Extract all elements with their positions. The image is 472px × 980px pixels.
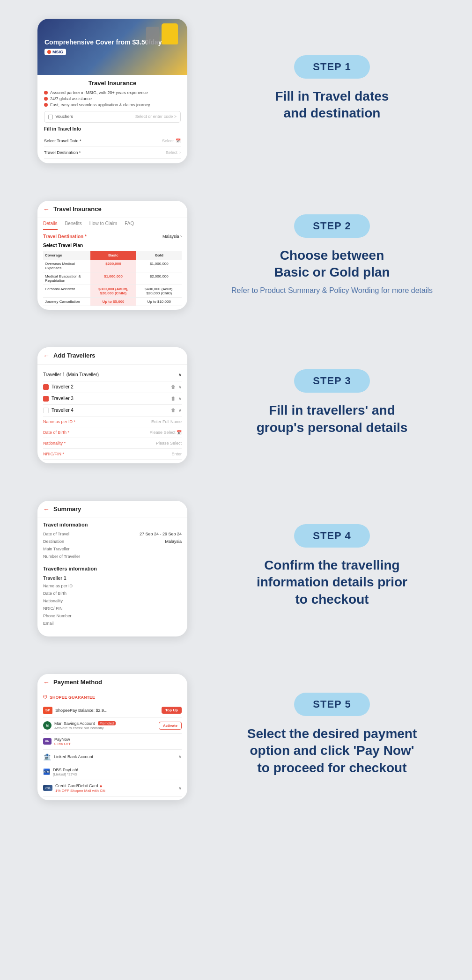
traveller-3-row[interactable]: Traveller 3 🗑 ∨ bbox=[43, 393, 182, 405]
form-field-nric[interactable]: NRIC/FIN * Enter bbox=[43, 449, 182, 460]
step2-badge: STEP 2 bbox=[294, 214, 369, 238]
paynow-icon: PN bbox=[43, 738, 52, 745]
tab-details[interactable]: Details bbox=[43, 218, 58, 230]
chevron-down-icon[interactable]: ∨ bbox=[178, 396, 182, 401]
bank-icon: 🏦 bbox=[43, 753, 51, 761]
phone1-voucher-placeholder: Select or enter code > bbox=[135, 114, 177, 119]
payment-creditcard[interactable]: VISA Credit Card/Debit Card ● 1% OFF Sho… bbox=[43, 780, 182, 797]
back-icon[interactable]: ← bbox=[43, 679, 50, 686]
traveller-2-label: Traveller 2 bbox=[52, 384, 74, 389]
traveller-4-checkbox[interactable] bbox=[43, 408, 49, 413]
back-icon[interactable]: ← bbox=[43, 352, 50, 359]
table-row: Personal Accident $300,000 (Adult), $20,… bbox=[43, 285, 182, 297]
phone2-tabs: Details Benefits How to Claim FAQ bbox=[37, 218, 187, 230]
coverage-cell: Journey Cancellation bbox=[43, 297, 90, 306]
step5-phone: ← Payment Method 🛡 SHOPEE GUARANTEE SP S… bbox=[37, 674, 187, 800]
traveller-2-row[interactable]: Traveller 2 🗑 ∨ bbox=[43, 381, 182, 393]
step4-section: ← Summary Travel information Date of Tra… bbox=[0, 482, 472, 655]
phone1-section-title: Fill in Travel Info bbox=[44, 126, 181, 132]
form-field-nationality[interactable]: Nationality * Please Select bbox=[43, 438, 182, 449]
traveller-3-checkbox[interactable] bbox=[43, 396, 49, 402]
tab-how-to-claim[interactable]: How to Claim bbox=[89, 218, 117, 230]
basic-val-cell: Up to $5,000 bbox=[90, 297, 137, 306]
traveller1-nric: NRIC/ FIN bbox=[43, 605, 182, 612]
dbs-label: DBS PayLah! bbox=[53, 768, 78, 772]
phone1-body: Travel Insurance Assured partner in MSIG… bbox=[37, 75, 187, 163]
phone1-fields: Select Travel Date * Select 📅 Travel Des… bbox=[44, 135, 181, 159]
payment-shopeepay[interactable]: SP ShopeePay Balance: $2.9... Top Up bbox=[43, 703, 182, 718]
phone1-field-label-2: Travel Destination * bbox=[44, 150, 81, 155]
chevron-down-icon[interactable]: ∨ bbox=[178, 384, 182, 389]
step4-phone: ← Summary Travel information Date of Tra… bbox=[37, 501, 187, 636]
dbs-icon: 🏧 bbox=[43, 768, 50, 775]
traveller-4-label: Traveller 4 bbox=[52, 408, 74, 413]
phone1-field-value-2: Select › bbox=[166, 150, 181, 155]
traveller-4-row[interactable]: Traveller 4 🗑 ∧ bbox=[43, 405, 182, 417]
phone5-nav: ← Payment Method bbox=[37, 674, 187, 691]
gold-val-cell: $1,000,000 bbox=[136, 260, 182, 272]
chevron-down-icon: ∨ bbox=[178, 372, 182, 377]
col-gold[interactable]: Gold bbox=[136, 251, 182, 260]
phone2-plan-title: Select Travel Plan bbox=[43, 243, 182, 248]
phone2-dest-label: Travel Destination * bbox=[43, 234, 87, 239]
phone3-nav: ← Add Travellers bbox=[37, 347, 187, 365]
tab-faq[interactable]: FAQ bbox=[125, 218, 134, 230]
step5-content: STEP 5 Select the desired paymentoption … bbox=[201, 683, 463, 790]
trash-icon[interactable]: 🗑 bbox=[171, 396, 176, 401]
payment-mari[interactable]: M Mari Savings Account Promoted Activate… bbox=[43, 718, 182, 734]
field-value-nric: Enter bbox=[171, 452, 182, 456]
traveller-main-label: Traveller 1 (Main Traveller) bbox=[43, 372, 99, 377]
back-icon[interactable]: ← bbox=[43, 205, 50, 213]
step4-badge: STEP 4 bbox=[294, 524, 369, 548]
activate-button[interactable]: Activate bbox=[159, 722, 182, 730]
basic-val-cell: $1,000,000 bbox=[90, 272, 137, 285]
shopeepay-label: ShopeePay Balance: $2.9... bbox=[55, 708, 108, 713]
back-icon[interactable]: ← bbox=[43, 505, 50, 513]
table-row: Medical Evacuation & Repatriation $1,000… bbox=[43, 272, 182, 285]
step1-title: Fill in Travel datesand destination bbox=[275, 88, 389, 122]
linked-bank-label: Linked Bank Account bbox=[54, 754, 93, 759]
trash-icon[interactable]: 🗑 bbox=[171, 408, 176, 413]
phone3-nav-title: Add Travellers bbox=[53, 352, 96, 359]
travel-row-dest: Destination Malaysia bbox=[43, 538, 182, 545]
field-value-name: Enter Full Name bbox=[151, 419, 182, 424]
phone1-field-value-1: Select 📅 bbox=[162, 139, 181, 143]
step3-title: Fill in travellers' andgroup's personal … bbox=[257, 402, 408, 436]
chevron-up-icon[interactable]: ∧ bbox=[178, 408, 182, 413]
phone1-field-1[interactable]: Select Travel Date * Select 📅 bbox=[44, 135, 181, 147]
step5-section: ← Payment Method 🛡 SHOPEE GUARANTEE SP S… bbox=[0, 655, 472, 819]
travel-info-section: Travel information Date of Travel 27 Sep… bbox=[43, 522, 182, 560]
tab-benefits[interactable]: Benefits bbox=[65, 218, 82, 230]
payment-linked-bank[interactable]: 🏦 Linked Bank Account ∨ bbox=[43, 750, 182, 764]
field-value-nationality: Please Select bbox=[156, 441, 182, 446]
form-field-name[interactable]: Name as per ID * Enter Full Name bbox=[43, 417, 182, 427]
phone1-feature-1: Assured partner in MSIG, with 20+ years … bbox=[50, 90, 148, 95]
travel-info-title: Travel information bbox=[43, 522, 182, 527]
payment-dbs[interactable]: 🏧 DBS PayLah! [Linked] *2743 bbox=[43, 764, 182, 780]
step5-badge: STEP 5 bbox=[294, 693, 369, 716]
mari-label: Mari Savings Account bbox=[54, 721, 95, 726]
travel-row-date: Date of Travel 27 Sep 24 - 29 Sep 24 bbox=[43, 530, 182, 538]
travel-row-main: Main Traveller bbox=[43, 545, 182, 553]
col-coverage: Coverage bbox=[43, 251, 90, 260]
form-field-dob[interactable]: Date of Birth * Please Select 📅 bbox=[43, 427, 182, 438]
topup-button[interactable]: Top Up bbox=[162, 707, 182, 714]
col-basic[interactable]: Basic bbox=[90, 251, 137, 260]
step3-content: STEP 3 Fill in travellers' andgroup's pe… bbox=[201, 360, 463, 450]
traveller-main-row[interactable]: Traveller 1 (Main Traveller) ∨ bbox=[43, 368, 182, 381]
field-label-nationality: Nationality * bbox=[43, 441, 66, 446]
step1-content: STEP 1 Fill in Travel datesand destinati… bbox=[201, 46, 463, 136]
phone1-field-2[interactable]: Travel Destination * Select › bbox=[44, 147, 181, 159]
phone2-dest-value[interactable]: Malaysia › bbox=[162, 234, 182, 239]
phone1-promo-text: Comprehensive Cover from $3.50/day bbox=[44, 38, 162, 46]
phone1-voucher-row[interactable]: Vouchers Select or enter code > bbox=[44, 111, 181, 123]
step1-badge: STEP 1 bbox=[294, 55, 369, 79]
payment-paynow[interactable]: PN PayNow 0.8% OFF bbox=[43, 734, 182, 750]
traveller-2-checkbox[interactable] bbox=[43, 384, 49, 390]
chevron-right-icon: › bbox=[179, 150, 181, 155]
phone2-nav-title: Travel Insurance bbox=[53, 205, 102, 212]
chevron-down-icon: ∨ bbox=[178, 785, 182, 790]
trash-icon[interactable]: 🗑 bbox=[171, 384, 176, 389]
traveller1-nationality: Nationality bbox=[43, 597, 182, 605]
phone1-voucher-label: Vouchers bbox=[48, 114, 73, 119]
